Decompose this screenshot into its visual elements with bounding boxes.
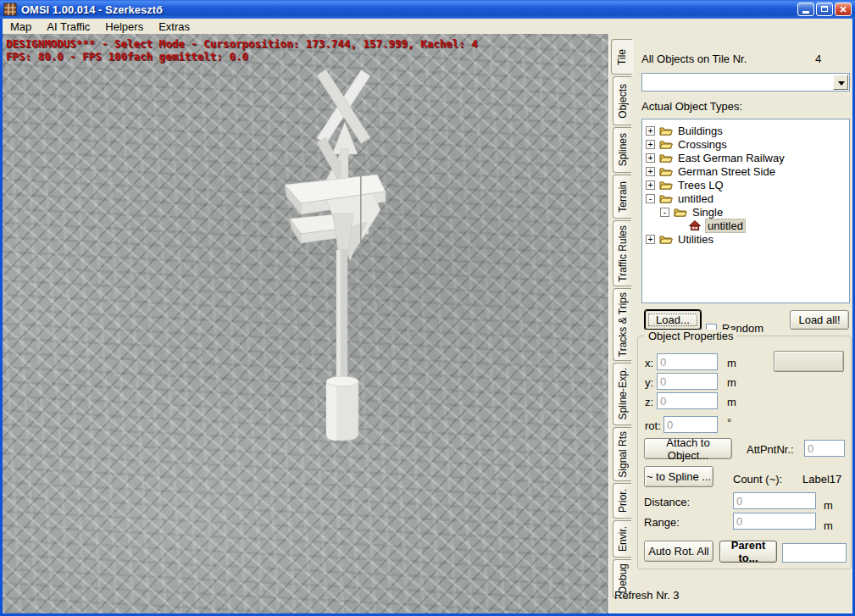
menu-helpers[interactable]: Helpers (97, 19, 151, 34)
restore-button[interactable] (816, 3, 833, 16)
object-types-tree[interactable]: + Buildings + Crossings + East German Ra… (641, 119, 850, 303)
auto-rot-all-button[interactable]: Auto Rot. All (644, 541, 713, 562)
load-button[interactable]: Load... (645, 310, 701, 330)
tab-strip: Tile Objects Splines Terrain Traffic Rul… (611, 39, 633, 600)
object-types-label: Actual Object Types: (641, 100, 742, 113)
open-folder-icon (659, 179, 673, 191)
expander-icon[interactable]: + (646, 126, 655, 136)
expander-icon[interactable]: - (660, 208, 669, 217)
attpntnr-label: AttPntNr.: (747, 443, 794, 456)
load-all-button[interactable]: Load all! (790, 310, 849, 330)
expander-icon[interactable]: + (646, 180, 655, 190)
count-label: Count (~): (733, 473, 782, 486)
tree-item-trees-lq[interactable]: + Trees LQ (642, 178, 849, 191)
signal-object[interactable] (3, 34, 608, 613)
z-label: z: (645, 396, 653, 408)
combobox-dropdown-button[interactable] (833, 75, 848, 90)
expander-icon[interactable]: + (646, 153, 655, 163)
menu-extras[interactable]: Extras (151, 19, 197, 34)
open-folder-icon (659, 125, 673, 136)
all-objects-count: 4 (815, 53, 821, 65)
tree-item-buildings[interactable]: + Buildings (642, 124, 849, 137)
tree-item-utilities[interactable]: + Utilities (642, 232, 849, 246)
window-title: OMSI 1.00.014 - Szerkesztő (21, 3, 163, 16)
y-label: y: (645, 376, 653, 389)
tool-panel: Tile Objects Splines Terrain Traffic Rul… (608, 34, 852, 613)
rot-label: rot: (645, 419, 661, 432)
z-field[interactable] (657, 392, 718, 409)
tab-splines[interactable]: Splines (613, 127, 631, 173)
open-folder-icon (674, 206, 687, 218)
tab-tracks-trips[interactable]: Tracks & Trips (613, 288, 631, 361)
tab-terrain[interactable]: Terrain (613, 175, 631, 219)
object-properties-title: Object Properties (645, 330, 736, 342)
y-field[interactable] (657, 373, 718, 390)
debug-line-2: FPS: 80.0 - FPS 100fach gemittelt: 0.0 (6, 50, 248, 63)
range-field[interactable] (733, 513, 816, 530)
tab-traffic-rules[interactable]: Traffic Rules (613, 220, 631, 286)
open-folder-icon (659, 192, 673, 204)
z-unit: m (727, 396, 736, 408)
to-spline-button[interactable]: ~ to Spline ... (644, 466, 713, 487)
parent-to-field[interactable] (782, 543, 847, 563)
range-unit: m (824, 519, 833, 532)
distance-unit: m (824, 499, 833, 512)
app-icon (3, 3, 17, 16)
object-properties-group: Object Properties x: m y: m z: m rot: ° … (637, 336, 852, 569)
open-folder-icon (659, 138, 673, 150)
x-label: x: (645, 357, 653, 369)
tree-item-single[interactable]: - Single (642, 205, 849, 219)
tree-item-german-street-side[interactable]: + German Street Side (642, 164, 849, 178)
y-unit: m (727, 376, 736, 389)
range-label: Range: (644, 516, 680, 529)
chevron-down-icon (838, 81, 845, 86)
attach-to-object-button[interactable]: Attach to Object... (644, 438, 732, 459)
menu-ai-traffic[interactable]: AI Traffic (39, 19, 97, 34)
distance-label: Distance: (644, 496, 690, 508)
tree-item-east-german-railway[interactable]: + East German Railway (642, 151, 849, 164)
tree-item-crossings[interactable]: + Crossings (642, 137, 849, 151)
x-unit: m (727, 357, 736, 369)
menu-bar: Map AI Traffic Helpers Extras (3, 19, 852, 34)
tab-prior[interactable]: Prior. (613, 483, 631, 519)
x-field[interactable] (657, 353, 718, 370)
minimize-button[interactable] (797, 3, 814, 16)
title-bar[interactable]: OMSI 1.00.014 - Szerkesztő ✕ (0, 0, 855, 19)
attpntnr-field[interactable] (804, 440, 845, 457)
tab-envir[interactable]: Envir. (613, 520, 631, 558)
open-folder-icon (659, 233, 673, 245)
tab-objects[interactable]: Objects (613, 76, 631, 125)
tab-spline-exp[interactable]: Spline-Exp. (613, 363, 631, 425)
expander-icon[interactable]: + (646, 167, 655, 176)
3d-viewport[interactable]: DESIGNMODUS*** - Select Mode - Cursorpos… (3, 34, 608, 613)
open-folder-icon (659, 165, 673, 177)
close-button[interactable]: ✕ (835, 3, 852, 16)
rot-field[interactable] (663, 416, 718, 433)
rot-unit: ° (727, 416, 731, 429)
open-folder-icon (659, 152, 673, 164)
blank-button[interactable] (774, 351, 844, 372)
objects-on-tile-combobox[interactable] (641, 73, 850, 92)
all-objects-label: All Objects on Tile Nr. (641, 53, 747, 65)
tree-item-untitled-group[interactable]: - untitled (642, 191, 849, 205)
expander-icon[interactable]: - (646, 194, 655, 203)
tab-tile[interactable]: Tile (611, 39, 632, 75)
distance-field[interactable] (733, 492, 816, 509)
count-value: Label17 (802, 473, 841, 486)
app-window: OMSI 1.00.014 - Szerkesztő ✕ Map AI Traf… (0, 0, 855, 616)
refresh-status: Refresh Nr. 3 (614, 589, 680, 602)
house-icon (688, 219, 702, 231)
tab-signal-rts[interactable]: Signal Rts (613, 427, 631, 481)
expander-icon[interactable]: + (646, 235, 655, 244)
debug-overlay: DESIGNMODUS*** - Select Mode - Cursorpos… (6, 37, 478, 63)
expander-icon[interactable]: + (646, 140, 655, 149)
menu-map[interactable]: Map (3, 19, 39, 34)
tile-tab-page: All Objects on Tile Nr. 4 Actual Object … (632, 34, 853, 613)
parent-to-button[interactable]: Parent to... (719, 541, 777, 563)
debug-line-1: DESIGNMODUS*** - Select Mode - Cursorpos… (6, 37, 478, 50)
tree-item-untitled-object[interactable]: untitled (642, 219, 849, 232)
